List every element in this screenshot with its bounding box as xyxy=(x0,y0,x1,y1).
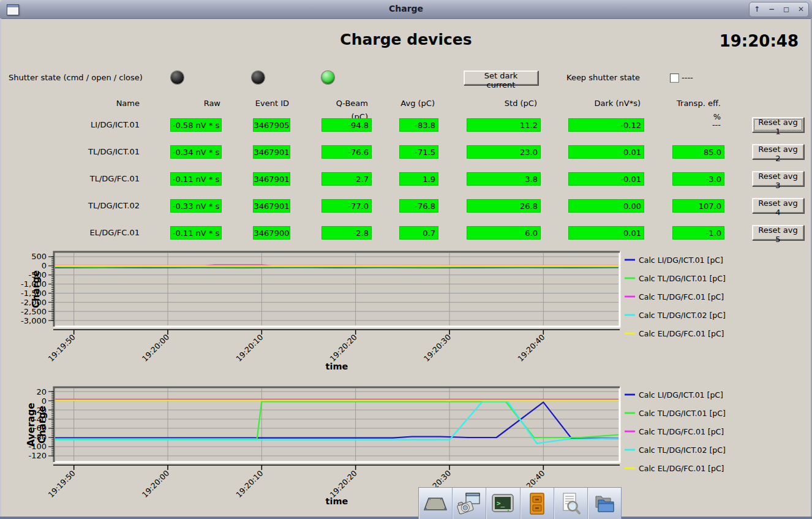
terminal-icon[interactable]: >_ xyxy=(486,488,520,519)
svg-text:19:20:00: 19:20:00 xyxy=(140,332,171,363)
minimize-button[interactable]: − xyxy=(765,4,778,15)
table-header-row: NameRawEvent IDQ-Beam (pC)Avg (pC)Std (p… xyxy=(0,97,812,112)
file-cabinet-icon[interactable] xyxy=(521,488,554,519)
clock: 19:20:48 xyxy=(720,32,799,50)
table-row: TL/DG/FC.01-0.11 nV * s3467901-2.71.93.8… xyxy=(0,172,812,187)
std-value: 6.0 xyxy=(467,226,541,240)
transp-eff-value: -3.0 xyxy=(672,172,724,186)
dock-panel: >_ xyxy=(418,487,622,519)
dark-value: 0.01 xyxy=(568,145,644,159)
avg-value: -71.5 xyxy=(399,145,438,159)
svg-text:19:20:20: 19:20:20 xyxy=(328,332,358,363)
charge-window: { "window": { "title": "Charge", "icons"… xyxy=(0,0,812,519)
reset-avg-button-3[interactable]: Reset avg 3 xyxy=(752,171,804,186)
table-row: TL/DG/ICT.01-0.34 nV * s3467901-76.6-71.… xyxy=(0,145,812,160)
svg-text:time: time xyxy=(326,496,348,506)
qbeam-value: -94.8 xyxy=(321,118,372,132)
avg-value: -83.8 xyxy=(399,118,438,132)
titlebar[interactable]: Charge ↑ − ◻ ✕ xyxy=(0,0,812,19)
qbeam-value: -77.0 xyxy=(321,199,372,213)
column-header-raw: Raw xyxy=(170,97,220,110)
reset-avg-button-5[interactable]: Reset avg 5 xyxy=(752,225,804,240)
checkbox-value-label: ---- xyxy=(682,73,693,82)
transp-eff-value: 85.0 xyxy=(672,145,724,159)
std-value: 3.8 xyxy=(467,172,541,186)
transp-eff-value: -1.0 xyxy=(672,226,724,240)
page-title: Charge devices xyxy=(0,31,812,48)
device-name: EL/DG/FC.01 xyxy=(0,226,142,240)
reset-avg-button-2[interactable]: Reset avg 2 xyxy=(752,144,804,159)
svg-text:20: 20 xyxy=(36,387,47,396)
svg-text:19:20:00: 19:20:00 xyxy=(140,468,171,499)
table-row: LI/DG/ICT.01-0.58 nV * s3467905-94.8-83.… xyxy=(0,118,812,133)
column-header-event-id: Event ID xyxy=(253,97,289,110)
svg-text:Calc EL/DG/FC.01 [pC]: Calc EL/DG/FC.01 [pC] xyxy=(639,464,724,473)
column-header-std-pc-: Std (pC) xyxy=(467,97,537,110)
svg-text:-120: -120 xyxy=(28,451,47,460)
svg-text:19:20:20: 19:20:20 xyxy=(328,468,358,499)
rollup-button[interactable]: ↑ xyxy=(751,4,763,15)
device-name: TL/DG/ICT.01 xyxy=(0,145,142,159)
column-header-name: Name xyxy=(0,97,140,110)
reset-avg-button-1[interactable]: Reset avg 1 xyxy=(752,117,804,132)
device-name: TL/DG/ICT.02 xyxy=(0,199,142,213)
std-value: 26.8 xyxy=(467,199,541,213)
svg-text:19:19:50: 19:19:50 xyxy=(46,468,77,499)
column-header-dark-nv-s-: Dark (nV*s) xyxy=(568,97,641,110)
file-manager-glyph xyxy=(592,491,617,516)
svg-text:Calc TL/DG/ICT.02 [pC]: Calc TL/DG/ICT.02 [pC] xyxy=(639,311,726,320)
std-value: 23.0 xyxy=(467,145,541,159)
event-id-value: 3467901 xyxy=(253,172,290,186)
svg-text:Charge: Charge xyxy=(31,270,42,308)
maximize-button[interactable]: ◻ xyxy=(780,4,792,15)
raw-value: -0.34 nV * s xyxy=(170,145,222,159)
svg-text:Calc TL/DG/FC.01 [pC]: Calc TL/DG/FC.01 [pC] xyxy=(639,292,724,301)
svg-text:0: 0 xyxy=(42,396,47,406)
svg-text:>_: >_ xyxy=(497,499,505,507)
shutter-led-open xyxy=(252,71,265,84)
event-id-value: 3467901 xyxy=(253,199,290,213)
document-search-icon[interactable] xyxy=(554,488,588,519)
close-button[interactable]: ✕ xyxy=(795,4,807,15)
std-value: 11.2 xyxy=(467,118,541,132)
svg-text:Charge: Charge xyxy=(37,406,48,444)
average-charge-chart: 200-20-40-60-80-100-12019:19:5019:20:001… xyxy=(0,383,812,519)
qbeam-value: -2.7 xyxy=(321,172,372,186)
table-row: TL/DG/ICT.02-0.33 nV * s3467901-77.0-76.… xyxy=(0,199,812,214)
device-name: LI/DG/ICT.01 xyxy=(0,118,142,132)
raw-value: -0.11 nV * s xyxy=(170,226,222,240)
avg-value: 0.7 xyxy=(399,226,438,240)
svg-text:Calc LI/DG/ICT.01 [pC]: Calc LI/DG/ICT.01 [pC] xyxy=(639,390,723,400)
device-name: TL/DG/FC.01 xyxy=(0,172,142,186)
dark-value: -0.01 xyxy=(568,172,644,186)
svg-text:19:20:30: 19:20:30 xyxy=(422,332,453,363)
svg-text:19:20:10: 19:20:10 xyxy=(234,332,265,363)
table-row: EL/DG/FC.01-0.11 nV * s3467900-2.80.76.0… xyxy=(0,226,812,241)
reset-avg-button-4[interactable]: Reset avg 4 xyxy=(752,198,804,213)
svg-text:Calc TL/DG/FC.01 [pC]: Calc TL/DG/FC.01 [pC] xyxy=(639,427,724,436)
keep-shutter-state-checkbox[interactable] xyxy=(670,74,679,83)
transp-eff-value: --- xyxy=(672,118,723,132)
svg-text:Calc TL/DG/ICT.01 [pC]: Calc TL/DG/ICT.01 [pC] xyxy=(639,274,726,283)
column-header-avg-pc-: Avg (pC) xyxy=(399,97,435,110)
screenshot-glyph xyxy=(456,491,482,516)
event-id-value: 3467905 xyxy=(253,118,290,132)
show-desktop-icon[interactable] xyxy=(419,488,453,519)
dark-value: 0.00 xyxy=(568,199,644,213)
raw-value: -0.58 nV * s xyxy=(170,118,222,132)
event-id-value: 3467901 xyxy=(253,145,290,159)
charge-chart: 5000-500-1,000-1,500-2,000-2,500-3,00019… xyxy=(0,248,812,377)
svg-text:Calc TL/DG/ICT.01 [pC]: Calc TL/DG/ICT.01 [pC] xyxy=(639,409,726,418)
set-dark-current-button[interactable]: Set dark current xyxy=(464,70,538,85)
show-desktop-glyph xyxy=(423,491,448,516)
svg-text:19:20:40: 19:20:40 xyxy=(516,332,546,363)
avg-value: 1.9 xyxy=(399,172,438,186)
screenshot-icon[interactable] xyxy=(453,488,486,519)
window-bottom-border xyxy=(0,517,812,519)
file-manager-icon[interactable] xyxy=(588,488,621,519)
svg-text:500: 500 xyxy=(31,252,47,261)
shutter-state-label: Shutter state (cmd / open / close) xyxy=(9,73,143,82)
svg-text:-3,000: -3,000 xyxy=(21,316,47,325)
svg-text:19:20:10: 19:20:10 xyxy=(234,468,265,499)
window-title: Charge xyxy=(0,4,812,13)
